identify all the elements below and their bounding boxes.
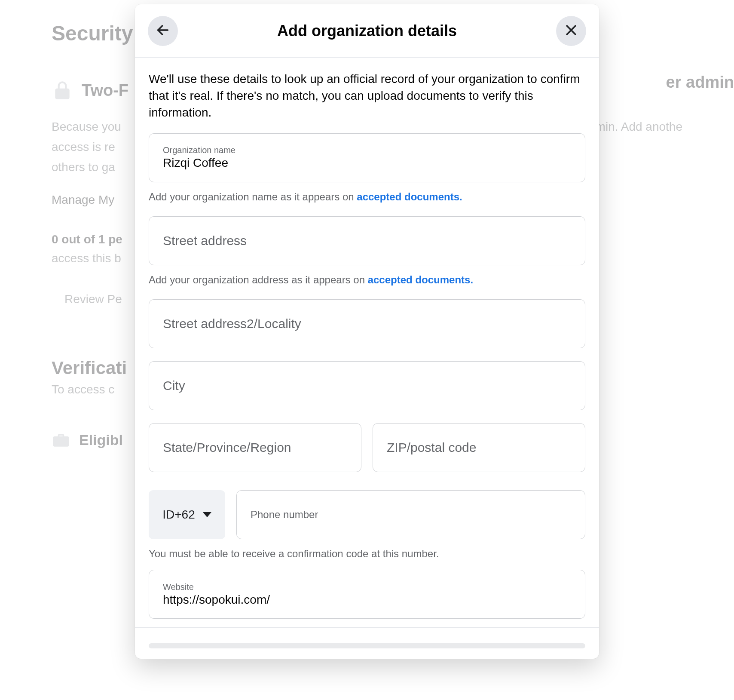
website-input[interactable] (163, 593, 571, 607)
street-address-helper: Add your organization address as it appe… (149, 273, 585, 286)
country-code-label: ID+62 (162, 508, 195, 522)
state-input[interactable] (163, 440, 347, 455)
website-field[interactable]: Website (149, 570, 585, 619)
close-button[interactable] (556, 16, 586, 46)
organization-name-field[interactable]: Organization name (149, 133, 585, 182)
chevron-down-icon (203, 512, 211, 517)
lock-icon (52, 80, 73, 101)
modal-header: Add organization details (135, 4, 599, 58)
organization-name-input[interactable] (163, 156, 571, 170)
phone-number-label: Phone number (251, 509, 318, 521)
zip-input[interactable] (387, 440, 571, 455)
bg-two-factor: Two-F (82, 81, 128, 100)
org-name-helper: Add your organization name as it appears… (149, 190, 585, 203)
street-address-input[interactable] (163, 233, 571, 248)
modal-body: We'll use these details to look up an of… (135, 58, 599, 627)
add-org-details-modal: Add organization details We'll use these… (135, 4, 599, 659)
bg-admin-text: er admin (666, 73, 734, 92)
website-label: Website (163, 582, 571, 592)
accepted-documents-link-name[interactable]: accepted documents. (357, 191, 462, 203)
back-button[interactable] (148, 16, 178, 46)
org-name-label: Organization name (163, 145, 571, 155)
intro-text: We'll use these details to look up an of… (149, 71, 585, 121)
phone-helper: You must be able to receive a confirmati… (149, 547, 585, 560)
briefcase-icon (52, 431, 70, 450)
city-field[interactable] (149, 361, 585, 410)
phone-number-field[interactable]: Phone number (236, 490, 585, 539)
close-icon (564, 23, 578, 39)
modal-footer (135, 627, 599, 659)
zip-field[interactable] (373, 423, 585, 472)
state-zip-row (149, 423, 585, 472)
street-address2-input[interactable] (163, 316, 571, 331)
city-input[interactable] (163, 378, 571, 393)
progress-bar (149, 643, 585, 648)
arrow-left-icon (156, 23, 170, 39)
street-address2-field[interactable] (149, 299, 585, 348)
state-field[interactable] (149, 423, 361, 472)
street-address-field[interactable] (149, 216, 585, 265)
accepted-documents-link-address[interactable]: accepted documents. (368, 274, 473, 286)
phone-row: ID+62 Phone number (149, 490, 585, 539)
bg-eligible: Eligibl (79, 432, 123, 448)
country-code-select[interactable]: ID+62 (149, 490, 225, 539)
modal-title: Add organization details (277, 22, 457, 40)
